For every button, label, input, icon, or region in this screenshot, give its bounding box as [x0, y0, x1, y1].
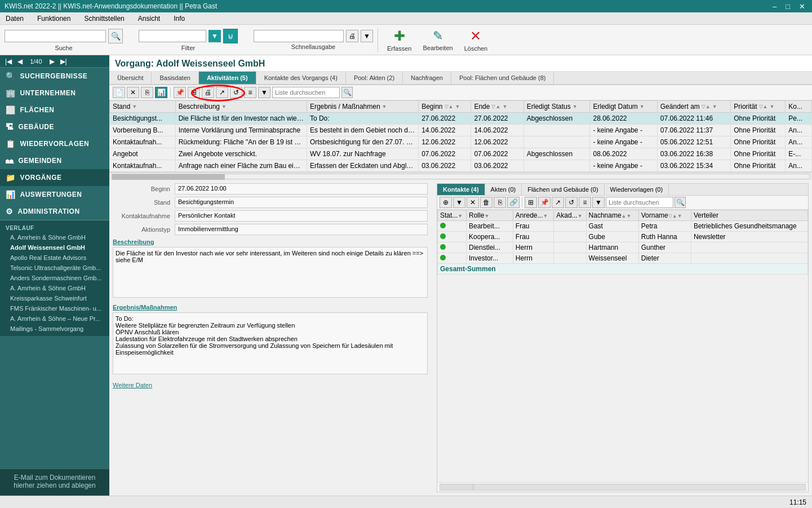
contacts-btn-delete[interactable]: 🗑: [480, 197, 492, 208]
filter-apply-button[interactable]: ⊌: [223, 29, 238, 43]
verlauf-item-6[interactable]: Kreissparkasse Schweinfurt: [0, 293, 109, 303]
sidebar-item-flaechen[interactable]: ⬜ FLÄCHEN: [0, 101, 109, 118]
maximize-button[interactable]: □: [783, 2, 792, 11]
table-scroll-thumb[interactable]: [112, 174, 225, 180]
table-row[interactable]: Besichtigungst... Die Fläche ist für den…: [110, 113, 812, 125]
nachname-sort-icon[interactable]: ▲: [622, 213, 627, 219]
tab-pool-flaechen[interactable]: Pool: Flächen und Gebäude (8): [451, 72, 554, 84]
schnell-dropdown-button[interactable]: ▼: [361, 30, 373, 42]
act-btn-delete[interactable]: ✕: [127, 87, 139, 98]
ende-sort-icon[interactable]: ▽▲: [491, 104, 500, 109]
contacts-table-row[interactable]: Bearbeit... Frau Gast Petra Betriebliche…: [438, 221, 808, 232]
erledigt-status-filter-icon[interactable]: ▼: [573, 104, 578, 109]
tab-nachfragen[interactable]: Nachfragen: [403, 72, 451, 84]
sidebar-item-wiedervorlagen[interactable]: 📋 WIEDERVORLAGEN: [0, 135, 109, 152]
act-btn-pin[interactable]: 📌: [174, 87, 186, 98]
contacts-btn-clear[interactable]: ✕: [467, 197, 479, 208]
tab-kontakte-vorgang[interactable]: Kontakte des Vorgangs (4): [256, 72, 346, 84]
act-btn-chart[interactable]: 📊: [155, 87, 167, 98]
contacts-btn-dropdown[interactable]: ▼: [592, 197, 605, 208]
table-row[interactable]: Vorbereitung B... Interne Vorklärung und…: [110, 125, 812, 136]
nav-last-button[interactable]: ▶|: [59, 58, 69, 65]
beginn-sort-icon[interactable]: ▽▲: [445, 104, 454, 109]
contacts-btn-copy[interactable]: ⎘: [494, 197, 506, 208]
sidebar-item-gemeinden[interactable]: 🏘 GEMEINDEN: [0, 152, 109, 169]
sidebar-item-unternehmen[interactable]: 🏢 UNTERNEHMEN: [0, 85, 109, 101]
contacts-table-row[interactable]: Investor... Herrn Weissenseel Dieter: [438, 253, 808, 264]
contacts-scroll-thumb[interactable]: [440, 484, 473, 491]
contacts-search-button[interactable]: 🔍: [675, 197, 686, 208]
search-input[interactable]: [5, 30, 106, 42]
beschreibung-filter-icon[interactable]: ▼: [221, 104, 227, 109]
sidebar-item-vorgaenge[interactable]: 📁 VORGÄNGE: [0, 169, 109, 186]
contacts-btn-table[interactable]: ⊞: [525, 197, 537, 208]
sidebar-item-auswertungen[interactable]: 📊 AUSWERTUNGEN: [0, 186, 109, 203]
verlauf-item-8[interactable]: A. Amrhein & Söhne – Neue Pr...: [0, 313, 109, 324]
menu-funktionen[interactable]: Funktionen: [35, 14, 73, 24]
table-row[interactable]: Kontaktaufnah... Rückmeldung: Fläche "An…: [110, 136, 812, 148]
menu-daten[interactable]: Daten: [3, 14, 26, 24]
contacts-tab-flaechen[interactable]: Flächen und Gebäude (0): [522, 184, 604, 195]
verlauf-item-0[interactable]: A. Amrhein & Söhne GmbH: [0, 232, 109, 242]
search-button[interactable]: 🔍: [108, 29, 123, 43]
stat-filter-icon[interactable]: ▼: [458, 213, 463, 219]
act-btn-export[interactable]: ↗: [216, 87, 228, 98]
sidebar-item-suchergebnisse[interactable]: 🔍 SUCHERGEBNISSE: [0, 68, 109, 85]
act-btn-menu-down[interactable]: ▼: [258, 87, 270, 98]
ende-filter-icon[interactable]: ▼: [502, 104, 507, 109]
table-scroll-track[interactable]: [112, 174, 810, 179]
bearbeiten-action[interactable]: ✎ Bearbeiten: [418, 28, 457, 52]
akad-filter-icon[interactable]: ▼: [578, 213, 583, 219]
act-btn-table[interactable]: ⊞: [188, 87, 200, 98]
contacts-btn-add[interactable]: ⊕: [440, 197, 452, 208]
vorname-filter-icon[interactable]: ▼: [677, 213, 682, 219]
stand-filter-icon[interactable]: ▼: [132, 104, 137, 109]
verlauf-item-2[interactable]: Apollo Real Estate Advisors: [0, 253, 109, 263]
act-btn-copy[interactable]: ⎘: [141, 87, 153, 98]
table-row[interactable]: Kontaktaufnah... Anfrage nach einer Fläc…: [110, 160, 812, 172]
beschreibung-textarea[interactable]: Die Fläche ist für den Investor nach wie…: [113, 247, 428, 298]
contacts-btn-refresh[interactable]: ↺: [565, 197, 578, 208]
beginn-filter-icon[interactable]: ▼: [455, 104, 460, 109]
verlauf-item-9[interactable]: Mailings - Sammelvorgang: [0, 324, 109, 334]
contacts-btn-pin[interactable]: 📌: [538, 197, 551, 208]
beschreibung-section-label[interactable]: Beschreibung: [113, 238, 428, 245]
ergebnis-section-label[interactable]: Ergebnis/Maßnahmen: [113, 304, 428, 311]
verlauf-item-1[interactable]: Adolf Weissenseel GmbH: [0, 242, 109, 253]
tab-uebersicht[interactable]: Übersicht: [109, 72, 152, 84]
ergebnis-textarea[interactable]: To Do: Weitere Stellplätze für begrenzte…: [113, 312, 428, 374]
contacts-btn-settings[interactable]: ≡: [579, 197, 591, 208]
contacts-tab-wiedervorlagen[interactable]: Wiedervorlagen (0): [605, 184, 669, 195]
menu-ansicht[interactable]: Ansicht: [136, 14, 162, 24]
contacts-scrollbar[interactable]: [437, 482, 808, 492]
act-btn-add[interactable]: 📄: [113, 87, 125, 98]
minimize-button[interactable]: –: [770, 2, 779, 11]
nav-prev-button[interactable]: ◀: [16, 58, 24, 65]
nachname-filter-icon[interactable]: ▼: [627, 213, 632, 219]
contacts-search-input[interactable]: [606, 197, 673, 208]
nav-next-button[interactable]: ▶: [48, 58, 56, 65]
contacts-btn-export[interactable]: ↗: [552, 197, 564, 208]
vorname-sort-icon[interactable]: ▽▲: [668, 213, 677, 219]
rolle-filter-icon[interactable]: ▼: [484, 213, 489, 219]
verlauf-item-4[interactable]: Anders Sondermaschinen Gmb...: [0, 273, 109, 283]
sidebar-item-administration[interactable]: ⚙ ADMINISTRATION: [0, 203, 109, 220]
anrede-filter-icon[interactable]: ▼: [543, 213, 548, 219]
prioritaet-filter-icon[interactable]: ▼: [770, 104, 775, 109]
table-row[interactable]: Angebot Zwei Angebote verschickt. WV 18.…: [110, 148, 812, 160]
table-scroll-bar[interactable]: [109, 172, 812, 180]
filter-input[interactable]: [139, 30, 206, 42]
weitere-daten-link[interactable]: Weitere Daten: [113, 379, 428, 391]
close-button[interactable]: ✕: [797, 2, 807, 11]
act-btn-print[interactable]: 🖨: [202, 87, 214, 98]
menu-schnittstellen[interactable]: Schnittstellen: [82, 14, 126, 24]
contacts-scroll-track[interactable]: [473, 484, 806, 491]
act-btn-refresh[interactable]: ↺: [230, 87, 242, 98]
act-btn-settings[interactable]: ≡: [244, 87, 256, 98]
schnell-print-button[interactable]: 🖨: [346, 30, 358, 42]
verlauf-item-7[interactable]: FMS Fränkischer Maschinen- u...: [0, 303, 109, 313]
contacts-tab-kontakte[interactable]: Kontakte (4): [437, 184, 485, 195]
verlauf-item-5[interactable]: A. Amrhein & Söhne GmbH: [0, 283, 109, 293]
geaendert-filter-icon[interactable]: ▼: [712, 104, 717, 109]
activity-search-input[interactable]: [272, 87, 340, 98]
